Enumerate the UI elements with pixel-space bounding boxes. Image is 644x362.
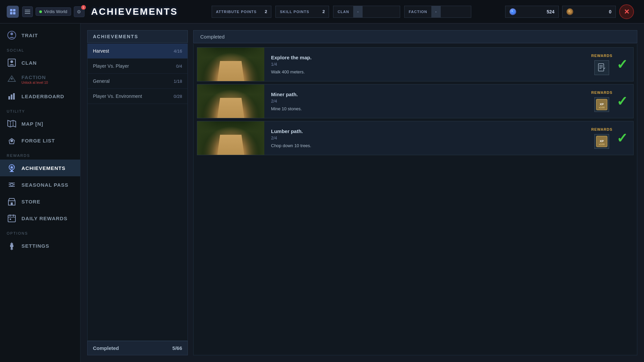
checkmark-1: ✓ <box>616 57 633 72</box>
sidebar-label-clan: CLAN <box>21 60 37 66</box>
card-rewards-2: REWARDS XP x100 <box>587 86 616 116</box>
top-left-section: Virdis World ⚙ 1 ACHIEVEMENTS <box>7 6 178 18</box>
reward-icon-1 <box>594 60 609 75</box>
right-panel-header: Completed <box>193 30 637 43</box>
app-icon <box>7 6 19 18</box>
sidebar-item-trait[interactable]: TRAIT <box>0 27 80 44</box>
svg-rect-4 <box>25 10 30 10</box>
svg-marker-25 <box>10 165 14 169</box>
faction-stat-btn[interactable]: - <box>431 6 441 18</box>
sidebar-label-trait: TRAIT <box>21 33 38 38</box>
settings-btn[interactable]: ⚙ 1 <box>74 6 85 17</box>
category-name-general: General <box>93 78 110 84</box>
achievement-icon <box>7 163 17 173</box>
sidebar-item-clan[interactable]: CLAN <box>0 54 80 71</box>
reward-icon-3: XP x100 <box>594 134 609 149</box>
clan-icon <box>7 58 17 68</box>
svg-text:x100: x100 <box>599 143 605 146</box>
svg-rect-33 <box>11 202 13 205</box>
svg-rect-27 <box>10 171 14 172</box>
svg-rect-18 <box>11 95 12 100</box>
sidebar-label-settings: SETTINGS <box>21 243 49 249</box>
rewards-label-3: REWARDS <box>591 127 612 131</box>
category-row-pve[interactable]: Player Vs. Environment 0/28 <box>88 89 187 104</box>
svg-point-23 <box>10 139 13 142</box>
completed-footer: Completed 5/66 <box>87 341 188 355</box>
svg-point-16 <box>11 78 13 80</box>
card-image-1 <box>197 48 264 81</box>
sidebar-item-store[interactable]: STORE <box>0 193 80 210</box>
currency2-icon <box>567 8 573 15</box>
category-name-pve: Player Vs. Environment <box>93 94 142 99</box>
card-image-3 <box>197 121 264 155</box>
leaderboard-icon <box>7 91 17 101</box>
forest-path-image-3 <box>197 121 264 155</box>
svg-text:x100: x100 <box>599 106 605 109</box>
sidebar-item-leaderboard[interactable]: LEADERBOARD <box>0 88 80 105</box>
sidebar-label-daily: DAILY REWARDS <box>21 216 67 221</box>
clan-stat-btn[interactable]: - <box>353 6 363 18</box>
sidebar-label-store: STORE <box>21 199 40 204</box>
attribute-points-label: ATTRIBUTE POINTS <box>212 10 261 14</box>
svg-point-14 <box>10 60 13 63</box>
menu-icon-btn[interactable] <box>22 6 33 17</box>
sidebar-item-seasonal[interactable]: SEASONAL PASS <box>0 176 80 193</box>
sidebar-section-rewards: REWARDS <box>0 149 80 160</box>
skill-points-label: SKILL POINTS <box>276 10 313 14</box>
sidebar-item-faction[interactable]: FACTION Unlock at level 10 <box>0 71 80 88</box>
notification-badge: 1 <box>81 5 86 10</box>
category-row-pvp[interactable]: Player Vs. Player 0/4 <box>88 59 187 74</box>
svg-rect-0 <box>10 9 12 11</box>
category-row-harvest[interactable]: Harvest 4/16 <box>88 44 187 59</box>
svg-rect-6 <box>25 13 30 14</box>
achievement-card-1[interactable]: Explore the map. 1/4 Walk 400 meters. RE… <box>197 47 634 81</box>
top-right-section: 524 0 ✕ <box>505 4 637 19</box>
achievement-category-list: Harvest 4/16 Player Vs. Player 0/4 Gener… <box>87 44 188 341</box>
top-bar: Virdis World ⚙ 1 ACHIEVEMENTS ATTRIBUTE … <box>0 0 644 23</box>
achievement-card-3[interactable]: Lumber path. 2/4 Chop down 10 trees. REW… <box>197 121 634 155</box>
sidebar-section-utility: UTILITY <box>0 105 80 115</box>
category-progress-harvest: 4/16 <box>174 49 182 54</box>
attribute-points-value: 2 <box>261 9 271 14</box>
sidebar-label-seasonal: SEASONAL PASS <box>21 182 68 188</box>
sidebar-label-leaderboard: LEADERBOARD <box>21 94 64 99</box>
category-row-general[interactable]: General 1/18 <box>88 74 187 89</box>
svg-point-10 <box>569 10 570 12</box>
checkmark-3: ✓ <box>616 130 633 146</box>
card-info-1: Explore the map. 1/4 Walk 400 meters. <box>264 51 587 78</box>
card-desc-1: Walk 400 meters. <box>271 69 581 74</box>
clan-stat-block: CLAN - <box>333 6 400 18</box>
online-indicator <box>39 10 42 13</box>
svg-text:XP: XP <box>600 103 604 106</box>
sidebar-item-achievements[interactable]: ACHIEVEMENTS <box>0 160 80 176</box>
svg-point-8 <box>512 10 513 12</box>
page-title: ACHIEVEMENTS <box>91 6 178 17</box>
world-tab[interactable]: Virdis World <box>36 7 71 16</box>
footer-value: 5/66 <box>172 345 182 351</box>
forest-path-image-2 <box>197 84 264 118</box>
sidebar-item-settings[interactable]: SETTINGS <box>0 237 80 254</box>
store-icon <box>7 196 17 206</box>
card-info-3: Lumber path. 2/4 Chop down 10 trees. <box>264 124 587 152</box>
faction-stat-block: FACTION - <box>404 6 471 18</box>
category-progress-pve: 0/28 <box>174 94 182 99</box>
sidebar-item-map[interactable]: MAP [N] <box>0 115 80 132</box>
card-title-1: Explore the map. <box>271 55 581 60</box>
achievement-card-2[interactable]: Miner path. 2/4 Mine 10 stones. REWARDS … <box>197 84 634 118</box>
daily-icon <box>7 213 17 223</box>
sidebar-item-daily[interactable]: DAILY REWARDS <box>0 210 80 227</box>
clan-stat-label: CLAN <box>333 10 353 14</box>
skill-points-block: SKILL POINTS 2 <box>275 6 329 18</box>
card-title-3: Lumber path. <box>271 128 581 134</box>
right-panel: Completed Explore the map. 1/4 Walk 400 … <box>193 30 637 355</box>
footer-label: Completed <box>93 345 119 351</box>
rewards-label-2: REWARDS <box>591 90 612 95</box>
sidebar-label-achievements: ACHIEVEMENTS <box>21 165 65 171</box>
svg-rect-2 <box>10 12 12 14</box>
sidebar-item-forge[interactable]: FORGE LIST <box>0 132 80 149</box>
svg-rect-38 <box>10 219 11 220</box>
card-info-2: Miner path. 2/4 Mine 10 stones. <box>264 87 587 115</box>
close-button[interactable]: ✕ <box>619 4 634 19</box>
sidebar: TRAIT SOCIAL CLAN FACTION Unlock at leve… <box>0 23 80 362</box>
settings-icon <box>7 241 17 251</box>
